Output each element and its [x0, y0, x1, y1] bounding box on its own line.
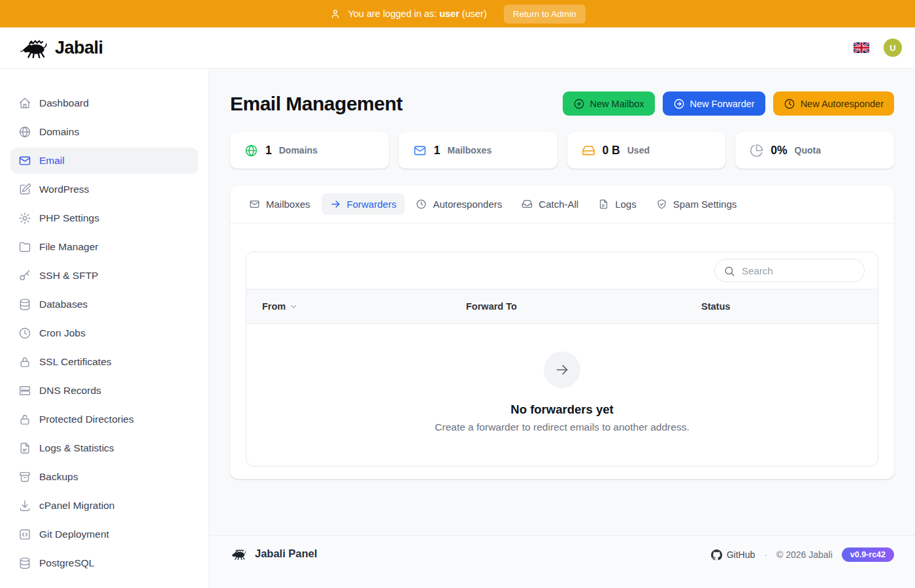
sidebar-item-label: Backups: [39, 471, 78, 483]
sidebar-item-label: File Manager: [39, 241, 98, 253]
tab-label: Catch-All: [539, 199, 578, 210]
tab-label: Mailboxes: [266, 199, 310, 210]
stat-label: Used: [627, 145, 650, 155]
sidebar-item-cpanel-migration[interactable]: cPanel Migration: [10, 493, 198, 519]
sidebar-item-domains[interactable]: Domains: [10, 119, 198, 145]
sidebar-item-label: PHP Settings: [39, 212, 99, 224]
mail-icon: [413, 144, 427, 157]
logged-in-username: user: [439, 8, 459, 19]
pie-chart-icon: [750, 144, 763, 157]
clock-icon: [784, 98, 795, 110]
sidebar-item-label: Logs & Statistics: [39, 442, 114, 454]
download-icon: [18, 499, 31, 512]
return-to-admin-button[interactable]: Return to Admin: [504, 5, 586, 24]
stat-label: Quota: [795, 145, 821, 155]
sidebar-item-ssl-certificates[interactable]: SSL Certificates: [10, 349, 198, 375]
sidebar-item-protected-directories[interactable]: Protected Directories: [10, 406, 198, 433]
code-icon: [18, 528, 31, 541]
sidebar-item-cron-jobs[interactable]: Cron Jobs: [10, 320, 198, 346]
brand-name: Jabali: [55, 38, 103, 58]
stat-card-used: 0 B Used: [567, 132, 726, 169]
tab-mailboxes[interactable]: Mailboxes: [241, 193, 319, 215]
arrow-right-icon: [330, 199, 341, 210]
sidebar-nav: Dashboard Domains Email WordPress PHP Se…: [0, 69, 209, 588]
sidebar-item-php-settings[interactable]: PHP Settings: [10, 205, 198, 231]
sidebar-item-label: PostgreSQL: [39, 557, 94, 569]
arrow-right-circle-icon: [673, 98, 685, 110]
sidebar-item-dashboard[interactable]: Dashboard: [10, 90, 198, 116]
empty-state-title: No forwarders yet: [510, 402, 613, 417]
email-management-page: Email Management New Mailbox New Forward…: [209, 69, 915, 535]
sidebar-item-label: Git Deployment: [39, 529, 109, 540]
tab-catch-all[interactable]: Catch-All: [513, 193, 587, 215]
email-tabs: Mailboxes Forwarders Autoresponders Catc…: [230, 186, 894, 223]
sidebar-item-label: Email: [39, 155, 65, 167]
logged-in-prefix: You are logged in as:: [348, 8, 437, 19]
tab-label: Logs: [615, 199, 637, 210]
sidebar-item-label: cPanel Migration: [39, 500, 114, 512]
file-text-icon: [598, 199, 609, 210]
uk-flag-language-icon[interactable]: [854, 42, 869, 53]
stat-value: 0 B: [603, 144, 620, 157]
sidebar-item-label: Dashboard: [39, 97, 89, 109]
sidebar-item-file-manager[interactable]: File Manager: [10, 234, 198, 260]
page-footer: Jabali Panel GitHub · © 2026 Jabali v0.9…: [209, 535, 915, 588]
person-icon: [329, 8, 341, 20]
stat-label: Domains: [279, 145, 318, 155]
tab-logs[interactable]: Logs: [590, 193, 645, 215]
globe-icon: [18, 125, 31, 139]
new-autoresponder-button[interactable]: New Autoresponder: [773, 91, 894, 116]
gear-icon: [18, 212, 31, 225]
sidebar-item-label: Databases: [39, 299, 88, 310]
sidebar-item-label: SSL Certificates: [39, 356, 112, 368]
new-mailbox-button[interactable]: New Mailbox: [563, 91, 655, 116]
tab-label: Spam Settings: [673, 199, 737, 210]
empty-state-description: Create a forwarder to redirect emails to…: [435, 421, 689, 433]
github-label: GitHub: [727, 549, 756, 560]
tab-forwarders[interactable]: Forwarders: [322, 193, 405, 215]
user-avatar[interactable]: U: [884, 39, 902, 57]
sidebar-item-backups[interactable]: Backups: [10, 464, 198, 490]
column-header-from[interactable]: From: [262, 301, 466, 312]
copyright-text: © 2026 Jabali: [776, 549, 833, 560]
search-input[interactable]: [715, 259, 864, 282]
mail-icon: [18, 154, 31, 167]
file-text-icon: [18, 442, 31, 455]
tab-autoresponders[interactable]: Autoresponders: [407, 193, 510, 215]
new-autoresponder-label: New Autoresponder: [801, 99, 884, 109]
lock-icon: [18, 413, 31, 426]
sidebar-item-postgresql[interactable]: PostgreSQL: [10, 550, 198, 576]
tab-label: Forwarders: [347, 199, 397, 210]
new-forwarder-button[interactable]: New Forwarder: [663, 91, 765, 116]
sidebar-item-logs-statistics[interactable]: Logs & Statistics: [10, 435, 198, 461]
sidebar-item-dns-records[interactable]: DNS Records: [10, 378, 198, 404]
clock-icon: [18, 327, 31, 340]
version-badge: v0.9-rc42: [842, 547, 894, 562]
footer-separator: ·: [764, 549, 767, 560]
clock-icon: [416, 199, 427, 210]
inbox-icon: [522, 199, 533, 210]
key-icon: [18, 269, 31, 282]
github-link[interactable]: GitHub: [711, 549, 756, 561]
server-icon: [18, 384, 31, 397]
github-icon: [711, 549, 722, 561]
tab-spam-settings[interactable]: Spam Settings: [648, 193, 746, 215]
sidebar-item-databases[interactable]: Databases: [10, 291, 198, 318]
sidebar-item-email[interactable]: Email: [10, 148, 198, 174]
search-field: [714, 259, 865, 282]
footer-brand: Jabali Panel: [255, 547, 317, 560]
logged-in-message: You are logged in as: user (user): [348, 8, 486, 19]
column-label: From: [262, 301, 286, 312]
plus-circle-icon: [573, 98, 585, 110]
tab-label: Autoresponders: [433, 199, 502, 210]
forwarders-table-card: From Forward To Status No forwarders yet: [246, 252, 878, 466]
mail-icon: [249, 199, 260, 210]
sidebar-item-ssh-sftp[interactable]: SSH & SFTP: [10, 263, 198, 289]
stat-card-quota: 0% Quota: [735, 132, 894, 169]
boar-logo-icon: [230, 548, 248, 560]
sidebar-item-git-deployment[interactable]: Git Deployment: [10, 521, 198, 547]
column-header-forward-to: Forward To: [466, 301, 701, 312]
sidebar-item-wordpress[interactable]: WordPress: [10, 176, 198, 203]
new-forwarder-label: New Forwarder: [690, 99, 755, 109]
sidebar-item-label: WordPress: [39, 184, 89, 195]
